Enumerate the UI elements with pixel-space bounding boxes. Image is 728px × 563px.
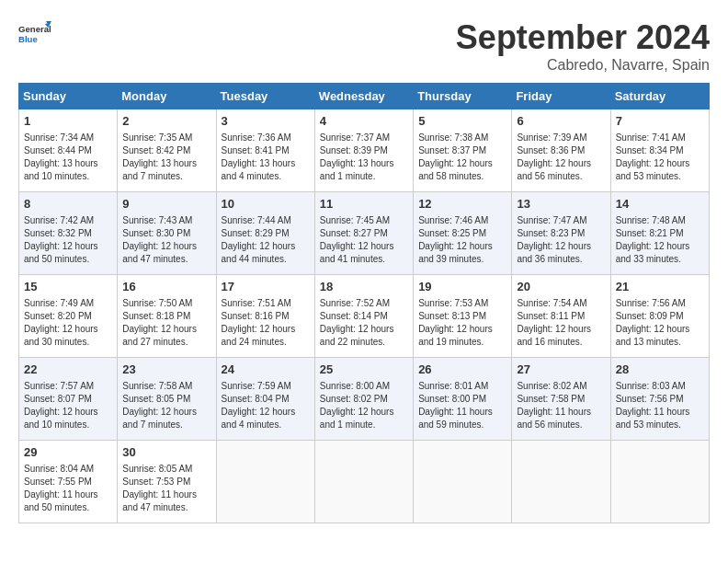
- calendar-cell: 26Sunrise: 8:01 AM Sunset: 8:00 PM Dayli…: [414, 358, 512, 441]
- day-info: Sunrise: 7:46 AM Sunset: 8:25 PM Dayligh…: [418, 214, 506, 266]
- day-info: Sunrise: 7:49 AM Sunset: 8:20 PM Dayligh…: [24, 297, 112, 349]
- day-number: 29: [24, 444, 112, 461]
- calendar-cell: 7Sunrise: 7:41 AM Sunset: 8:34 PM Daylig…: [610, 109, 709, 192]
- page-header: General Blue September 2024 Cabredo, Nav…: [18, 18, 710, 74]
- calendar-cell: 13Sunrise: 7:47 AM Sunset: 8:23 PM Dayli…: [512, 192, 610, 275]
- calendar-cell: 17Sunrise: 7:51 AM Sunset: 8:16 PM Dayli…: [216, 275, 314, 358]
- calendar-cell: 6Sunrise: 7:39 AM Sunset: 8:36 PM Daylig…: [512, 109, 610, 192]
- day-info: Sunrise: 7:35 AM Sunset: 8:42 PM Dayligh…: [122, 132, 210, 183]
- day-number: 7: [616, 113, 704, 130]
- calendar-cell: 22Sunrise: 7:57 AM Sunset: 8:07 PM Dayli…: [19, 358, 118, 441]
- calendar-cell: 3Sunrise: 7:36 AM Sunset: 8:41 PM Daylig…: [216, 109, 314, 192]
- calendar-week-row: 1Sunrise: 7:34 AM Sunset: 8:44 PM Daylig…: [19, 109, 710, 192]
- day-number: 4: [320, 113, 408, 130]
- day-info: Sunrise: 7:59 AM Sunset: 8:04 PM Dayligh…: [222, 380, 310, 431]
- day-info: Sunrise: 8:01 AM Sunset: 8:00 PM Dayligh…: [418, 380, 506, 431]
- day-info: Sunrise: 8:05 AM Sunset: 7:53 PM Dayligh…: [122, 463, 210, 514]
- calendar-header-wednesday: Wednesday: [314, 84, 413, 109]
- calendar-cell: 20Sunrise: 7:54 AM Sunset: 8:11 PM Dayli…: [512, 275, 610, 358]
- calendar-week-row: 22Sunrise: 7:57 AM Sunset: 8:07 PM Dayli…: [19, 358, 710, 441]
- calendar-cell: 16Sunrise: 7:50 AM Sunset: 8:18 PM Dayli…: [118, 275, 216, 358]
- title-block: September 2024 Cabredo, Navarre, Spain: [456, 18, 710, 74]
- day-info: Sunrise: 7:42 AM Sunset: 8:32 PM Dayligh…: [24, 214, 112, 266]
- day-number: 18: [320, 279, 408, 295]
- calendar-cell: 27Sunrise: 8:02 AM Sunset: 7:58 PM Dayli…: [512, 358, 610, 441]
- day-number: 6: [517, 113, 605, 130]
- day-number: 12: [418, 196, 506, 213]
- calendar-cell: [216, 441, 314, 523]
- day-number: 17: [222, 279, 310, 295]
- day-number: 9: [122, 196, 210, 213]
- day-number: 25: [320, 362, 408, 378]
- day-info: Sunrise: 8:00 AM Sunset: 8:02 PM Dayligh…: [320, 380, 408, 431]
- calendar-cell: 29Sunrise: 8:04 AM Sunset: 7:55 PM Dayli…: [19, 441, 118, 523]
- calendar-cell: 10Sunrise: 7:44 AM Sunset: 8:29 PM Dayli…: [216, 192, 314, 275]
- calendar-cell: 12Sunrise: 7:46 AM Sunset: 8:25 PM Dayli…: [414, 192, 512, 275]
- calendar-header-monday: Monday: [118, 84, 216, 109]
- day-number: 21: [616, 279, 704, 295]
- day-info: Sunrise: 7:44 AM Sunset: 8:29 PM Dayligh…: [222, 214, 310, 266]
- day-number: 11: [320, 196, 408, 213]
- day-info: Sunrise: 7:52 AM Sunset: 8:14 PM Dayligh…: [320, 297, 408, 349]
- day-number: 22: [24, 362, 112, 378]
- day-info: Sunrise: 7:36 AM Sunset: 8:41 PM Dayligh…: [222, 132, 310, 183]
- day-number: 13: [517, 196, 605, 213]
- calendar-cell: 9Sunrise: 7:43 AM Sunset: 8:30 PM Daylig…: [118, 192, 216, 275]
- day-info: Sunrise: 7:37 AM Sunset: 8:39 PM Dayligh…: [320, 132, 408, 183]
- calendar-header-row: SundayMondayTuesdayWednesdayThursdayFrid…: [19, 84, 710, 109]
- day-number: 19: [418, 279, 506, 295]
- calendar-cell: 21Sunrise: 7:56 AM Sunset: 8:09 PM Dayli…: [610, 275, 709, 358]
- day-info: Sunrise: 7:38 AM Sunset: 8:37 PM Dayligh…: [418, 132, 506, 183]
- calendar-cell: 15Sunrise: 7:49 AM Sunset: 8:20 PM Dayli…: [19, 275, 118, 358]
- day-info: Sunrise: 7:39 AM Sunset: 8:36 PM Dayligh…: [517, 132, 605, 183]
- calendar-cell: 25Sunrise: 8:00 AM Sunset: 8:02 PM Dayli…: [314, 358, 413, 441]
- calendar-cell: 28Sunrise: 8:03 AM Sunset: 7:56 PM Dayli…: [610, 358, 709, 441]
- day-info: Sunrise: 7:48 AM Sunset: 8:21 PM Dayligh…: [616, 214, 704, 266]
- day-number: 24: [222, 362, 310, 378]
- day-number: 30: [122, 444, 210, 461]
- day-number: 26: [418, 362, 506, 378]
- logo-bird-icon: General Blue: [18, 18, 51, 52]
- calendar-cell: [414, 441, 512, 523]
- day-info: Sunrise: 7:58 AM Sunset: 8:05 PM Dayligh…: [122, 380, 210, 431]
- day-number: 16: [122, 279, 210, 295]
- day-number: 28: [616, 362, 704, 378]
- day-info: Sunrise: 7:51 AM Sunset: 8:16 PM Dayligh…: [222, 297, 310, 349]
- day-info: Sunrise: 8:04 AM Sunset: 7:55 PM Dayligh…: [24, 463, 112, 514]
- calendar-week-row: 29Sunrise: 8:04 AM Sunset: 7:55 PM Dayli…: [19, 441, 710, 523]
- day-number: 23: [122, 362, 210, 378]
- calendar-cell: 2Sunrise: 7:35 AM Sunset: 8:42 PM Daylig…: [118, 109, 216, 192]
- calendar-header-thursday: Thursday: [414, 84, 512, 109]
- day-info: Sunrise: 7:41 AM Sunset: 8:34 PM Dayligh…: [616, 132, 704, 183]
- calendar-week-row: 15Sunrise: 7:49 AM Sunset: 8:20 PM Dayli…: [19, 275, 710, 358]
- day-number: 15: [24, 279, 112, 295]
- day-info: Sunrise: 7:56 AM Sunset: 8:09 PM Dayligh…: [616, 297, 704, 349]
- day-info: Sunrise: 8:02 AM Sunset: 7:58 PM Dayligh…: [517, 380, 605, 431]
- day-info: Sunrise: 8:03 AM Sunset: 7:56 PM Dayligh…: [616, 380, 704, 431]
- logo-container: General Blue: [18, 18, 51, 52]
- month-title: September 2024: [456, 18, 710, 57]
- logo: General Blue: [18, 18, 51, 52]
- day-number: 20: [517, 279, 605, 295]
- calendar-cell: 11Sunrise: 7:45 AM Sunset: 8:27 PM Dayli…: [314, 192, 413, 275]
- day-info: Sunrise: 7:54 AM Sunset: 8:11 PM Dayligh…: [517, 297, 605, 349]
- calendar-cell: [610, 441, 709, 523]
- location-subtitle: Cabredo, Navarre, Spain: [456, 57, 710, 74]
- calendar-cell: 4Sunrise: 7:37 AM Sunset: 8:39 PM Daylig…: [314, 109, 413, 192]
- day-info: Sunrise: 7:45 AM Sunset: 8:27 PM Dayligh…: [320, 214, 408, 266]
- day-number: 8: [24, 196, 112, 213]
- day-number: 14: [616, 196, 704, 213]
- day-number: 1: [24, 113, 112, 130]
- calendar-cell: 1Sunrise: 7:34 AM Sunset: 8:44 PM Daylig…: [19, 109, 118, 192]
- day-number: 2: [122, 113, 210, 130]
- calendar-cell: [512, 441, 610, 523]
- day-number: 10: [222, 196, 310, 213]
- day-info: Sunrise: 7:50 AM Sunset: 8:18 PM Dayligh…: [122, 297, 210, 349]
- day-info: Sunrise: 7:53 AM Sunset: 8:13 PM Dayligh…: [418, 297, 506, 349]
- calendar-cell: 18Sunrise: 7:52 AM Sunset: 8:14 PM Dayli…: [314, 275, 413, 358]
- day-info: Sunrise: 7:34 AM Sunset: 8:44 PM Dayligh…: [24, 132, 112, 183]
- calendar-cell: 24Sunrise: 7:59 AM Sunset: 8:04 PM Dayli…: [216, 358, 314, 441]
- calendar-header-tuesday: Tuesday: [216, 84, 314, 109]
- day-number: 27: [517, 362, 605, 378]
- day-number: 3: [222, 113, 310, 130]
